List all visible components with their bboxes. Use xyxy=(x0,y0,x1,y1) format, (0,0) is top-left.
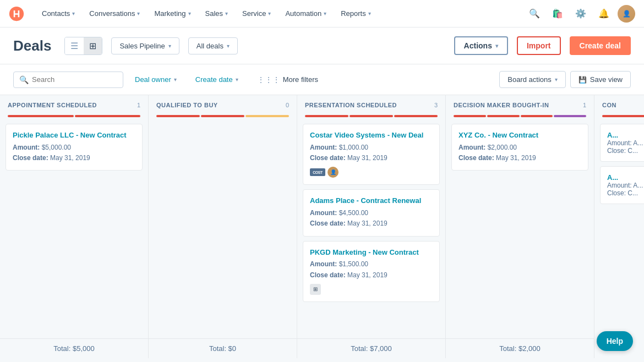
progress-bar xyxy=(602,115,644,117)
deal-title: A... xyxy=(607,173,644,182)
column-cards: A...Amount: A...Close: C...A...Amount: A… xyxy=(594,122,644,358)
deal-card[interactable]: Costar Video Systems - New DealAmount: $… xyxy=(303,124,440,185)
chevron-down-icon: ▾ xyxy=(268,10,271,17)
search-box[interactable]: 🔍 xyxy=(13,72,123,88)
deal-card[interactable]: Adams Place - Contract RenewalAmount: $4… xyxy=(303,189,440,236)
notifications-icon[interactable]: 🔔 xyxy=(594,4,613,23)
progress-bar xyxy=(156,115,200,117)
column-cards xyxy=(149,122,297,338)
marketplace-icon[interactable]: 🛍️ xyxy=(548,4,567,23)
progress-bar xyxy=(521,115,553,117)
column-total: Total: $5,000 xyxy=(0,338,148,358)
deal-avatar-logo: COST xyxy=(310,168,325,176)
column-title: APPOINTMENT SCHEDULED xyxy=(8,102,134,108)
deal-title: Costar Video Systems - New Deal xyxy=(310,131,433,140)
progress-bar xyxy=(394,115,438,117)
deal-icon: ⊞ xyxy=(310,284,321,295)
chevron-down-icon: ▾ xyxy=(174,76,177,83)
progress-bar xyxy=(487,115,520,117)
deal-card[interactable]: Pickle Palace LLC - New ContractAmount: … xyxy=(6,124,143,171)
filter-bar: 🔍 Deal owner ▾ Create date ▾ ⋮⋮⋮ More fi… xyxy=(0,64,644,95)
column-title: QUALIFIED TO BUY xyxy=(156,102,282,108)
column-progress-bars xyxy=(149,113,297,122)
progress-bar xyxy=(554,115,586,117)
board-actions-button[interactable]: Board actions ▾ xyxy=(499,71,566,88)
column-total: Total: $2,000 xyxy=(446,338,594,358)
deal-card[interactable]: A...Amount: A...Close: C... xyxy=(600,166,644,204)
column-cards: Pickle Palace LLC - New ContractAmount: … xyxy=(0,122,148,338)
progress-bar xyxy=(201,115,244,117)
column-header: DECISION MAKER BOUGHT-IN1 xyxy=(446,95,594,113)
deal-card[interactable]: XYZ Co. - New ContractAmount: $2,000.00C… xyxy=(451,124,588,171)
help-button[interactable]: Help xyxy=(597,331,633,351)
deal-amount: Amount: $5,000.00 xyxy=(13,142,135,153)
board-column-decision-maker-bought-in: DECISION MAKER BOUGHT-IN1XYZ Co. - New C… xyxy=(446,95,594,358)
deal-title: Adams Place - Contract Renewal xyxy=(310,196,433,206)
deal-title: A... xyxy=(607,131,644,139)
avatar[interactable]: 👤 xyxy=(618,5,635,23)
column-count: 0 xyxy=(286,102,289,108)
column-header: PRESENTATION SCHEDULED3 xyxy=(297,95,445,113)
board-view-button[interactable]: ⊞ xyxy=(84,37,102,54)
nav-service[interactable]: Service ▾ xyxy=(236,0,277,28)
deal-close-date: Close date: May 31, 2019 xyxy=(459,153,581,163)
deal-close-date: Close date: May 31, 2019 xyxy=(13,153,135,163)
column-cards: XYZ Co. - New ContractAmount: $2,000.00C… xyxy=(446,122,594,338)
nav-reports[interactable]: Reports ▾ xyxy=(334,0,378,28)
search-icon[interactable]: 🔍 xyxy=(525,4,544,23)
deal-amount: Amount: $4,500.00 xyxy=(310,208,433,218)
column-cards: Costar Video Systems - New DealAmount: $… xyxy=(297,122,445,338)
chevron-down-icon: ▾ xyxy=(188,10,191,17)
nav-marketing[interactable]: Marketing ▾ xyxy=(148,0,197,28)
chevron-down-icon: ▾ xyxy=(168,43,171,49)
board-column-appointment-scheduled: APPOINTMENT SCHEDULED1Pickle Palace LLC … xyxy=(0,95,149,358)
deal-owner-filter[interactable]: Deal owner ▾ xyxy=(128,72,184,87)
deal-close-date: Close: C... xyxy=(607,189,644,197)
create-date-filter[interactable]: Create date ▾ xyxy=(188,72,245,87)
column-progress-bars xyxy=(446,113,594,122)
nav-sales[interactable]: Sales ▾ xyxy=(199,0,235,28)
deal-amount: Amount: $2,000.00 xyxy=(459,142,581,153)
search-input[interactable] xyxy=(32,75,117,84)
settings-icon[interactable]: ⚙️ xyxy=(571,4,590,23)
column-title: PRESENTATION SCHEDULED xyxy=(305,102,431,108)
list-view-button[interactable]: ☰ xyxy=(65,37,84,54)
nav-conversations[interactable]: Conversations ▾ xyxy=(83,0,146,28)
save-view-button[interactable]: 💾 Save view xyxy=(570,71,631,88)
chevron-down-icon: ▾ xyxy=(368,10,371,17)
nav-contacts[interactable]: Contacts ▾ xyxy=(35,0,81,28)
top-navigation: Contacts ▾ Conversations ▾ Marketing ▾ S… xyxy=(0,0,644,28)
column-progress-bars xyxy=(297,113,445,122)
pipeline-selector[interactable]: Sales Pipeline ▾ xyxy=(111,37,179,54)
create-deal-button[interactable]: Create deal xyxy=(570,36,631,55)
progress-bar xyxy=(8,115,74,117)
deal-close-date: Close date: May 31, 2019 xyxy=(310,218,433,229)
column-title: CON xyxy=(602,102,644,108)
nav-automation[interactable]: Automation ▾ xyxy=(279,0,333,28)
import-button[interactable]: Import xyxy=(517,36,561,55)
actions-button[interactable]: Actions ▾ xyxy=(454,36,508,55)
deal-amount: Amount: $1,500.00 xyxy=(310,259,433,270)
nav-items: Contacts ▾ Conversations ▾ Marketing ▾ S… xyxy=(35,0,525,28)
deal-card[interactable]: PKGD Marketing - New ContractAmount: $1,… xyxy=(303,241,440,302)
chevron-down-icon: ▾ xyxy=(495,43,498,49)
column-progress-bars xyxy=(0,113,148,122)
column-count: 1 xyxy=(137,102,140,108)
all-deals-selector[interactable]: All deals ▾ xyxy=(188,37,238,54)
more-filters-button[interactable]: ⋮⋮⋮ More filters xyxy=(250,72,325,88)
chevron-down-icon: ▾ xyxy=(324,10,326,17)
nav-icons: 🔍 🛍️ ⚙️ 🔔 👤 xyxy=(525,4,635,23)
column-header: APPOINTMENT SCHEDULED1 xyxy=(0,95,148,113)
chevron-down-icon: ▾ xyxy=(72,10,75,17)
deal-card[interactable]: A...Amount: A...Close: C... xyxy=(600,124,644,162)
hubspot-logo[interactable] xyxy=(9,6,24,21)
board-container: APPOINTMENT SCHEDULED1Pickle Palace LLC … xyxy=(0,95,644,358)
progress-bar xyxy=(245,115,289,117)
column-total: Total: $7,000 xyxy=(297,338,445,358)
chevron-down-icon: ▾ xyxy=(227,43,230,49)
page-title: Deals xyxy=(13,37,51,54)
progress-bar xyxy=(454,115,486,117)
deal-avatar: 👤 xyxy=(328,167,339,178)
deal-avatars: ⊞ xyxy=(310,284,433,295)
search-icon: 🔍 xyxy=(19,75,29,84)
